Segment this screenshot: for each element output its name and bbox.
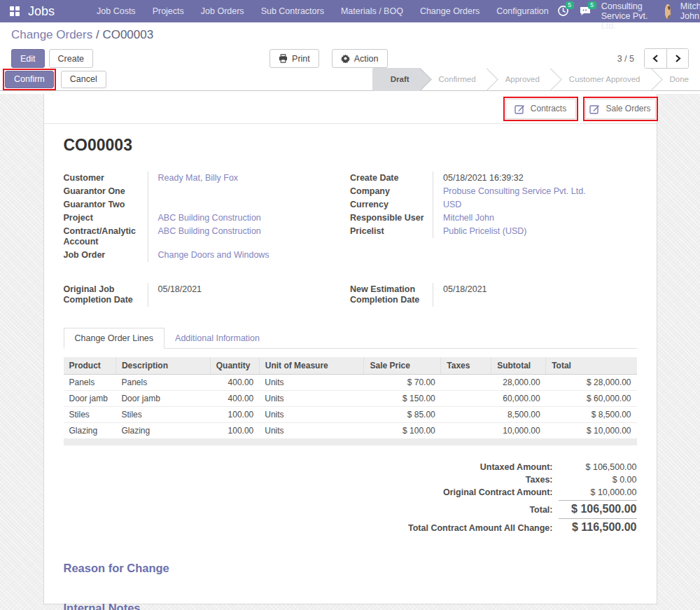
app-name[interactable]: Jobs [28, 4, 55, 19]
notebook-tabs: Change Order Lines Additional Informatio… [64, 328, 637, 349]
table-header-row: Product Description Quantity Unit of Mea… [64, 357, 637, 375]
create-button[interactable]: Create [49, 49, 94, 68]
messages-icon[interactable]: 5 [579, 5, 592, 18]
col-unit-of-measure[interactable]: Unit of Measure [259, 357, 364, 375]
gear-icon [341, 54, 350, 63]
total-contract-all-change-value: $ 116,500.00 [559, 518, 637, 534]
col-taxes[interactable]: Taxes [441, 357, 491, 375]
action-button[interactable]: Action [332, 49, 388, 68]
navbar-right: 5 5 Probuse Consulting Service Pvt. Ltd.… [557, 0, 700, 31]
field-label-job-order: Job Order [64, 249, 148, 262]
menu-change-orders[interactable]: Change Orders [412, 0, 488, 22]
field-label-guarantor-one: Guarantor One [64, 185, 148, 198]
status-steps: Draft Confirmed Approved Customer Approv… [372, 68, 700, 91]
table-row[interactable]: GlazingGlazing 100.00Units $ 100.00 10,0… [64, 423, 637, 439]
taxes-label: Taxes: [526, 475, 553, 485]
col-subtotal[interactable]: Subtotal [491, 357, 546, 375]
activity-clock-icon[interactable]: 5 [557, 5, 569, 18]
table-row[interactable]: Door jambDoor jamb 400.00Units $ 150.00 … [64, 391, 637, 407]
annotation-box-sale-orders: Sale Orders [583, 97, 658, 121]
breadcrumb-change-orders[interactable]: Change Orders [11, 28, 92, 41]
field-label-original-completion-date: Original Job Completion Date [64, 283, 148, 307]
menu-projects[interactable]: Projects [144, 0, 192, 22]
section-internal-notes: Internal Notes [64, 602, 637, 610]
confirm-button[interactable]: Confirm [5, 71, 54, 88]
col-total[interactable]: Total [546, 357, 637, 375]
col-product[interactable]: Product [64, 357, 116, 375]
taxes-value: $ 0.00 [559, 475, 637, 485]
smart-button-strip: Contracts Sale Orders [44, 94, 657, 124]
printer-icon [279, 54, 288, 63]
statusbar: Confirm Cancel Draft Confirmed Approved … [0, 68, 700, 91]
messages-badge: 5 [588, 1, 596, 9]
field-value-company[interactable]: Probuse Consulting Service Pvt. Ltd. [433, 185, 637, 198]
status-step-approved[interactable]: Approved [487, 68, 551, 91]
contracts-smart-button[interactable]: Contracts [505, 99, 576, 119]
menu-materials-boq[interactable]: Materials / BOQ [332, 0, 412, 22]
user-menu[interactable]: Mitchell John [680, 1, 700, 21]
record-title: CO00003 [64, 136, 637, 155]
status-step-confirmed[interactable]: Confirmed [421, 68, 487, 91]
pager-next-button[interactable] [666, 49, 688, 68]
field-value-customer[interactable]: Ready Mat, Billy Fox [148, 172, 351, 185]
field-label-currency: Currency [350, 198, 433, 212]
company-switcher[interactable]: Probuse Consulting Service Pvt. Ltd. [601, 0, 655, 31]
table-row[interactable]: PanelsPanels 400.00Units $ 70.00 28,000.… [64, 375, 637, 391]
field-label-create-date: Create Date [350, 172, 433, 185]
field-value-create-date: 05/18/2021 16:39:32 [433, 172, 637, 185]
field-value-responsible-user[interactable]: Mitchell John [433, 212, 637, 225]
content-background: Contracts Sale Orders CO00003 CustomerRe… [0, 94, 700, 610]
field-label-contract-analytic-account: Contract/Analytic Account [64, 225, 148, 249]
col-sale-price[interactable]: Sale Price [364, 357, 441, 375]
col-quantity[interactable]: Quantity [210, 357, 259, 375]
field-label-project: Project [64, 212, 148, 225]
breadcrumb-separator: / [92, 28, 102, 41]
menu-configuration[interactable]: Configuration [488, 0, 556, 22]
cancel-button[interactable]: Cancel [61, 71, 106, 88]
status-step-done[interactable]: Done [652, 68, 700, 91]
edit-button[interactable]: Edit [11, 49, 45, 68]
activity-badge: 5 [566, 1, 574, 9]
chevron-left-icon [652, 55, 659, 62]
field-value-guarantor-two [148, 198, 351, 212]
apps-grid-icon[interactable] [10, 6, 20, 16]
form-sheet: Contracts Sale Orders CO00003 CustomerRe… [43, 94, 657, 604]
field-label-new-estimation-date: New Estimation Completion Date [350, 283, 433, 307]
field-value-job-order[interactable]: Change Doors and Windows [148, 249, 351, 262]
status-step-draft[interactable]: Draft [372, 68, 421, 91]
col-description[interactable]: Description [115, 357, 210, 375]
tab-change-order-lines[interactable]: Change Order Lines [64, 328, 165, 349]
menu-sub-contractors[interactable]: Sub Contractors [253, 0, 332, 22]
breadcrumb-current: CO00003 [102, 28, 153, 41]
original-contract-amount-value: $ 10,000.00 [559, 487, 637, 497]
field-value-original-completion-date: 05/18/2021 [148, 283, 351, 307]
top-navbar: Jobs Job Costs Projects Job Orders Sub C… [0, 0, 700, 22]
untaxed-amount-value: $ 106,500.00 [559, 462, 637, 472]
field-label-responsible-user: Responsible User [350, 212, 433, 225]
field-value-pricelist[interactable]: Public Pricelist (USD) [433, 225, 637, 238]
change-order-lines-table: Product Description Quantity Unit of Mea… [64, 357, 637, 439]
total-value: $ 106,500.00 [559, 500, 637, 515]
total-contract-all-change-label: Total Contract Amount All Change: [408, 523, 552, 533]
field-value-new-estimation-date: 05/18/2021 [433, 283, 637, 307]
pager-value: 3 / 5 [617, 54, 634, 64]
print-button[interactable]: Print [270, 49, 319, 68]
table-row[interactable]: StilesStiles 100.00Units $ 85.00 8,500.0… [64, 407, 637, 423]
user-avatar[interactable] [665, 4, 671, 19]
tab-additional-information[interactable]: Additional Information [164, 328, 270, 348]
field-value-currency[interactable]: USD [433, 198, 637, 212]
menu-job-orders[interactable]: Job Orders [192, 0, 253, 22]
menu-job-costs[interactable]: Job Costs [88, 0, 144, 22]
original-contract-amount-label: Original Contract Amount: [443, 487, 552, 497]
edit-note-icon [514, 104, 525, 114]
field-value-project[interactable]: ABC Building Construction [148, 212, 351, 225]
status-step-customer-approved[interactable]: Customer Approved [551, 68, 652, 91]
edit-note-icon [589, 104, 600, 114]
field-value-contract-analytic-account[interactable]: ABC Building Construction [148, 225, 351, 249]
section-reason-for-change: Reason for Change [64, 562, 637, 575]
pager-previous-button[interactable] [645, 49, 666, 68]
chevron-right-icon [675, 55, 681, 62]
sale-orders-smart-button[interactable]: Sale Orders [585, 99, 656, 119]
main-menu: Job Costs Projects Job Orders Sub Contra… [88, 0, 557, 22]
field-value-guarantor-one [148, 185, 351, 198]
